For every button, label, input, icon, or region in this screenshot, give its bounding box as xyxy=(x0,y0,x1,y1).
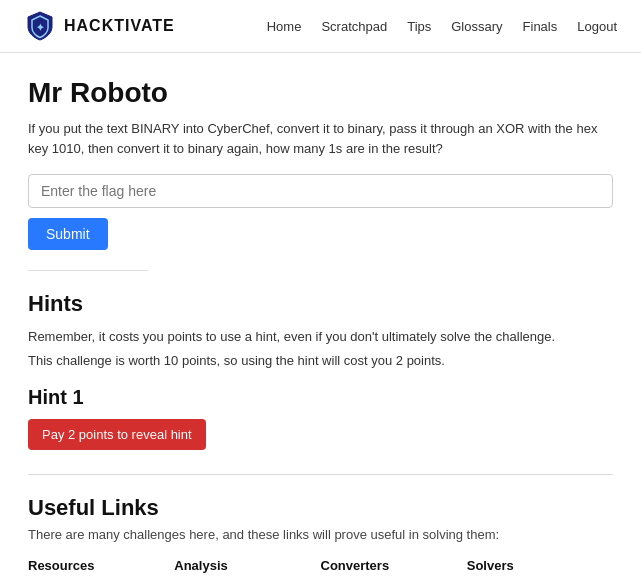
nav-home[interactable]: Home xyxy=(267,19,302,34)
analysis-heading: Analysis xyxy=(174,558,320,573)
links-divider xyxy=(28,474,613,475)
useful-links-title: Useful Links xyxy=(28,495,613,521)
nav-logout[interactable]: Logout xyxy=(577,19,617,34)
section-divider xyxy=(28,270,148,271)
logo: ✦ HACKTIVATE xyxy=(24,10,175,42)
useful-links-desc: There are many challenges here, and thes… xyxy=(28,527,613,542)
links-grid: Resources CyberChef ASCII Table Analysis… xyxy=(28,558,613,581)
navbar: ✦ HACKTIVATE Home Scratchpad Tips Glossa… xyxy=(0,0,641,53)
links-column-solvers: Solvers Anagram Solver Caesar Cipher xyxy=(467,558,613,581)
converters-heading: Converters xyxy=(321,558,467,573)
nav-links: Home Scratchpad Tips Glossary Finals Log… xyxy=(267,19,617,34)
links-column-converters: Converters Base Conversion Common Calcul… xyxy=(321,558,467,581)
nav-scratchpad[interactable]: Scratchpad xyxy=(321,19,387,34)
hints-section-title: Hints xyxy=(28,291,613,317)
challenge-description: If you put the text BINARY into CyberChe… xyxy=(28,119,613,158)
hint-1-title: Hint 1 xyxy=(28,386,613,409)
resources-heading: Resources xyxy=(28,558,174,573)
main-content: Mr Roboto If you put the text BINARY int… xyxy=(0,53,641,580)
nav-glossary[interactable]: Glossary xyxy=(451,19,502,34)
logo-icon: ✦ xyxy=(24,10,56,42)
nav-tips[interactable]: Tips xyxy=(407,19,431,34)
svg-text:✦: ✦ xyxy=(36,22,45,33)
solvers-heading: Solvers xyxy=(467,558,613,573)
logo-text: HACKTIVATE xyxy=(64,17,175,35)
reveal-hint-button[interactable]: Pay 2 points to reveal hint xyxy=(28,419,206,450)
submit-button[interactable]: Submit xyxy=(28,218,108,250)
nav-finals[interactable]: Finals xyxy=(523,19,558,34)
challenge-title: Mr Roboto xyxy=(28,77,613,109)
links-column-analysis: Analysis Cipher Identifier (1) Cipher Id… xyxy=(174,558,320,581)
hint-note-2: This challenge is worth 10 points, so us… xyxy=(28,353,613,368)
hint-note-1: Remember, it costs you points to use a h… xyxy=(28,327,613,347)
flag-input[interactable] xyxy=(28,174,613,208)
links-column-resources: Resources CyberChef ASCII Table xyxy=(28,558,174,581)
